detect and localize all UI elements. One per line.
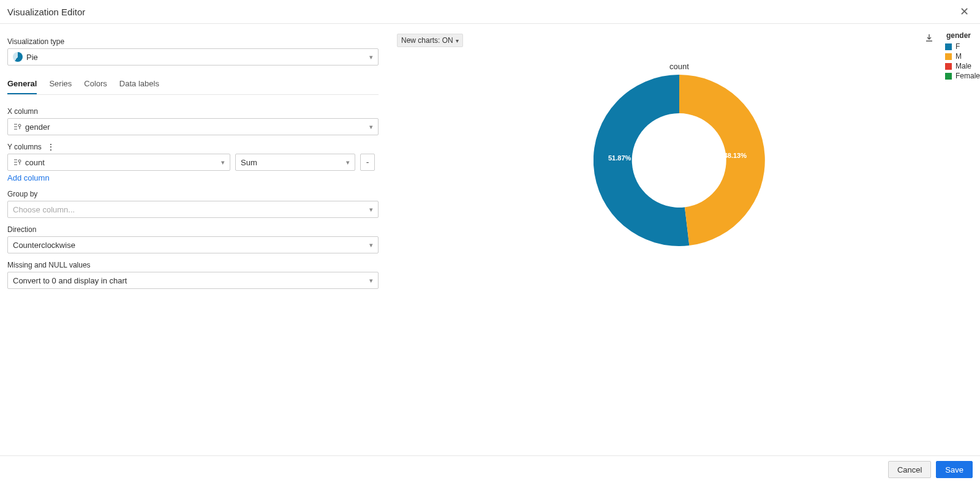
xcol-value: gender xyxy=(25,122,50,132)
svg-point-0 xyxy=(18,124,21,127)
ycol-remove-button[interactable]: - xyxy=(360,154,375,171)
preview-panel: New charts: ON ▾ gender F M Male xyxy=(379,24,980,455)
chevron-down-icon: ▾ xyxy=(456,37,459,44)
chart: count 51.87% 48.13% xyxy=(594,62,765,246)
missing-select[interactable]: Convert to 0 and display in chart ▾ xyxy=(7,272,379,289)
chevron-down-icon: ▾ xyxy=(369,277,373,285)
missing-group: Missing and NULL values Convert to 0 and… xyxy=(7,261,379,289)
save-button[interactable]: Save xyxy=(936,461,973,478)
dialog-title: Visualization Editor xyxy=(7,7,85,17)
missing-label: Missing and NULL values xyxy=(7,261,379,269)
legend-label: F xyxy=(956,42,960,51)
chevron-down-icon: ▾ xyxy=(221,159,225,167)
legend-item[interactable]: Male xyxy=(945,62,980,70)
chevron-down-icon: ▾ xyxy=(369,206,373,214)
viz-type-group: Visualization type Pie ▾ xyxy=(7,37,379,66)
groupby-label: Group by xyxy=(7,190,379,198)
direction-label: Direction xyxy=(7,225,379,234)
pie-label-f: 51.87% xyxy=(608,154,631,162)
legend-swatch xyxy=(945,63,952,70)
xcol-label: X column xyxy=(7,107,379,116)
tab-series[interactable]: Series xyxy=(49,75,72,94)
dialog-header: Visualization Editor ✕ xyxy=(0,0,980,24)
ycol-agg-value: Sum xyxy=(241,158,257,167)
chart-title: count xyxy=(669,62,689,71)
xcol-group: X column gender ▾ xyxy=(7,107,379,135)
download-icon[interactable] xyxy=(925,34,933,44)
ycol-select[interactable]: count ▾ xyxy=(7,154,230,171)
direction-select[interactable]: Counterclockwise ▾ xyxy=(7,236,379,253)
column-icon xyxy=(13,158,21,167)
direction-group: Direction Counterclockwise ▾ xyxy=(7,225,379,253)
chevron-down-icon: ▾ xyxy=(369,241,373,249)
groupby-group: Group by Choose column... ▾ xyxy=(7,190,379,218)
column-icon xyxy=(13,122,21,131)
pie-slice-m[interactable] xyxy=(679,75,765,245)
ycols-menu-icon[interactable]: ⋮ xyxy=(47,143,55,151)
viz-type-value: Pie xyxy=(26,53,38,62)
svg-point-1 xyxy=(18,160,21,162)
direction-value: Counterclockwise xyxy=(13,241,75,250)
groupby-select[interactable]: Choose column... ▾ xyxy=(7,201,379,218)
dialog-footer: Cancel Save xyxy=(0,455,980,483)
viz-type-select[interactable]: Pie ▾ xyxy=(7,48,379,66)
close-icon[interactable]: ✕ xyxy=(957,5,971,18)
legend-item[interactable]: Female xyxy=(945,72,980,80)
viz-type-label: Visualization type xyxy=(7,37,379,46)
legend-label: Female xyxy=(956,72,980,80)
missing-value: Convert to 0 and display in chart xyxy=(13,276,127,285)
legend-title: gender xyxy=(945,31,980,40)
dialog-body: Visualization type Pie ▾ General Series … xyxy=(0,24,980,455)
tab-colors[interactable]: Colors xyxy=(84,75,107,94)
new-charts-toggle-label: New charts: ON xyxy=(401,36,453,45)
chart-legend: gender F M Male Female xyxy=(945,31,980,81)
ycol-agg-select[interactable]: Sum ▾ xyxy=(235,154,355,171)
config-panel: Visualization type Pie ▾ General Series … xyxy=(0,24,379,455)
config-tabs: General Series Colors Data labels xyxy=(7,75,379,95)
legend-item[interactable]: M xyxy=(945,52,980,61)
donut-chart: 51.87% 48.13% xyxy=(594,75,765,246)
groupby-placeholder: Choose column... xyxy=(13,205,75,214)
ycol-value: count xyxy=(25,158,45,167)
pie-label-m: 48.13% xyxy=(724,152,747,159)
add-column-link[interactable]: Add column xyxy=(7,173,379,182)
tab-general[interactable]: General xyxy=(7,75,37,94)
ycols-group: Y columns ⋮ count ▾ Sum ▾ - Add column xyxy=(7,143,379,182)
pie-chart-icon xyxy=(13,52,23,62)
chevron-down-icon: ▾ xyxy=(369,123,373,131)
chevron-down-icon: ▾ xyxy=(369,53,373,61)
legend-swatch xyxy=(945,53,952,60)
legend-label: Male xyxy=(956,62,971,70)
ycol-row: count ▾ Sum ▾ - xyxy=(7,154,379,171)
legend-item[interactable]: F xyxy=(945,42,980,51)
legend-swatch xyxy=(945,73,952,80)
ycols-label: Y columns xyxy=(7,143,42,151)
xcol-select[interactable]: gender ▾ xyxy=(7,118,379,135)
tab-data-labels[interactable]: Data labels xyxy=(119,75,159,94)
legend-label: M xyxy=(956,52,962,61)
cancel-button[interactable]: Cancel xyxy=(888,461,931,478)
legend-swatch xyxy=(945,43,952,50)
chevron-down-icon: ▾ xyxy=(346,159,350,167)
new-charts-toggle[interactable]: New charts: ON ▾ xyxy=(397,34,463,47)
